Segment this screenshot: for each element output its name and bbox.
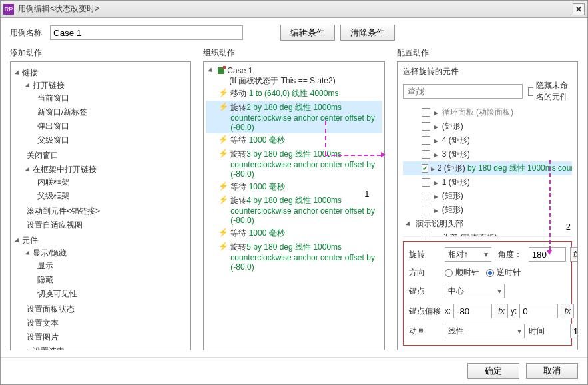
action-text: 旋转2 by 180 deg 线性 1000ms counterclockwis… bbox=[230, 102, 380, 132]
case-condition: (If 面板状态于 This == State2) bbox=[206, 75, 381, 87]
group-header-top: ▸循环面板 (动险面板) bbox=[403, 105, 572, 119]
tree-parent-frame[interactable]: 父级框架 bbox=[37, 189, 188, 203]
widget-item-header[interactable]: ▸头部 (动态面板) bbox=[403, 231, 572, 237]
tree-set-image[interactable]: 设置图片 bbox=[27, 330, 188, 344]
case-name-label: 用例名称 bbox=[10, 27, 42, 39]
widget-label: 4 (矩形) bbox=[442, 135, 470, 146]
angle-label: 角度： bbox=[498, 249, 525, 260]
cancel-button[interactable]: 取消 bbox=[526, 363, 578, 379]
widget-item-3[interactable]: ▸2 (矩形) by 180 deg 线性 1000ms countercloc… bbox=[403, 161, 572, 175]
tree-set-panel-state[interactable]: 设置面板状态 bbox=[27, 302, 188, 316]
collapse-icon: ▸ bbox=[433, 206, 440, 215]
cw-radio[interactable]: 顺时针 bbox=[445, 267, 479, 278]
action-item-4[interactable]: ⚡等待 1000 毫秒 bbox=[206, 180, 381, 194]
widget-item-1[interactable]: ▸4 (矩形) bbox=[403, 133, 572, 147]
anchor-select[interactable]: 中心▾ bbox=[445, 284, 505, 298]
widget-item-5[interactable]: ▸(矩形) bbox=[403, 189, 572, 203]
rotate-mode-select[interactable]: 相对↑▾ bbox=[445, 247, 491, 262]
annotation-2: 2 bbox=[566, 222, 571, 232]
action-item-1[interactable]: ⚡旋转2 by 180 deg 线性 1000ms counterclockwi… bbox=[206, 101, 381, 133]
widget-checkbox[interactable] bbox=[422, 136, 430, 145]
tree-scroll-to[interactable]: 滚动到元件<锚链接> bbox=[27, 204, 188, 218]
tree-set-text[interactable]: 设置文本 bbox=[27, 316, 188, 330]
angle-fx-button[interactable]: fx bbox=[570, 247, 578, 262]
tree-new-window[interactable]: 新窗口/新标签 bbox=[37, 105, 188, 119]
widget-item-4[interactable]: ▸1 (矩形) bbox=[403, 175, 572, 189]
tree-widgets[interactable]: 元件 显示/隐藏 显示 隐藏 切换可见性 设置面板状态 设置文本 bbox=[16, 234, 188, 350]
case-node[interactable]: Case 1 bbox=[206, 66, 381, 75]
bolt-icon: ⚡ bbox=[218, 181, 226, 191]
window-title: 用例编辑<状态改变时> bbox=[18, 3, 573, 15]
collapse-icon: ▸ bbox=[433, 192, 440, 201]
close-icon[interactable]: ✕ bbox=[573, 3, 585, 15]
action-text: 旋转3 by 180 deg 线性 1000ms counterclockwis… bbox=[230, 149, 380, 179]
tree-parent-window[interactable]: 父级窗口 bbox=[37, 133, 188, 147]
collapse-icon: ▸ bbox=[433, 178, 440, 187]
action-item-0[interactable]: ⚡移动 1 to (640,0) 线性 4000ms bbox=[206, 87, 381, 101]
widget-label: (矩形) bbox=[442, 204, 463, 216]
widget-checkbox[interactable] bbox=[422, 164, 428, 173]
widget-item-6[interactable]: ▸(矩形) bbox=[403, 203, 572, 217]
configure-action-title: 配置动作 bbox=[397, 47, 578, 59]
tree-open-link[interactable]: 打开链接 当前窗口 新窗口/新标签 弹出窗口 父级窗口 bbox=[27, 79, 188, 149]
offset-x-input[interactable] bbox=[453, 304, 492, 318]
ok-button[interactable]: 确定 bbox=[467, 363, 519, 379]
widget-checkbox[interactable] bbox=[422, 192, 430, 200]
action-item-2[interactable]: ⚡等待 1000 毫秒 bbox=[206, 133, 381, 147]
widget-checkbox[interactable] bbox=[422, 122, 430, 131]
config-box: 旋转 相对↑▾ 角度： fx 方向 顺时针 逆时针 锚点 中心▾ 锚点偏移 bbox=[403, 241, 572, 346]
bolt-icon: ⚡ bbox=[218, 195, 226, 204]
widget-checkbox[interactable] bbox=[422, 178, 430, 187]
collapse-icon: ▸ bbox=[433, 136, 440, 145]
tree-current-window[interactable]: 当前窗口 bbox=[37, 91, 188, 105]
case-name-input[interactable] bbox=[50, 25, 243, 40]
tree-links[interactable]: 链接 打开链接 当前窗口 新窗口/新标签 弹出窗口 父级窗口 关闭窗口 bbox=[16, 66, 188, 234]
widget-label: (矩形) bbox=[442, 191, 463, 202]
bolt-icon: ⚡ bbox=[218, 135, 226, 144]
offset-y-fx-button[interactable]: fx bbox=[561, 304, 574, 318]
action-item-5[interactable]: ⚡旋转4 by 180 deg 线性 1000ms counterclockwi… bbox=[206, 194, 381, 226]
section-header-2[interactable]: 演示说明头部 bbox=[403, 217, 572, 231]
search-input[interactable] bbox=[403, 84, 523, 99]
clear-condition-button[interactable]: 清除条件 bbox=[340, 25, 395, 41]
case-name-row: 用例名称 编辑条件 清除条件 bbox=[1, 18, 587, 47]
animation-select[interactable]: 线性▾ bbox=[445, 324, 525, 338]
widget-item-2[interactable]: ▸3 (矩形) bbox=[403, 147, 572, 161]
tree-show-hide[interactable]: 显示/隐藏 显示 隐藏 切换可见性 bbox=[27, 246, 188, 302]
offset-y-input[interactable] bbox=[519, 304, 558, 318]
action-text: 等待 1000 毫秒 bbox=[230, 228, 284, 239]
collapse-icon: ▸ bbox=[431, 164, 435, 173]
hide-unnamed-checkbox[interactable]: 隐藏未命名的元件 bbox=[528, 80, 572, 103]
tree-popup[interactable]: 弹出窗口 bbox=[37, 119, 188, 133]
widget-checkbox[interactable] bbox=[422, 206, 430, 214]
select-widget-label: 选择旋转的元件 bbox=[403, 66, 572, 77]
widget-label: 3 (矩形) bbox=[442, 149, 470, 160]
time-input[interactable] bbox=[570, 324, 578, 338]
action-item-6[interactable]: ⚡等待 1000 毫秒 bbox=[206, 226, 381, 240]
edit-condition-button[interactable]: 编辑条件 bbox=[280, 25, 335, 41]
widget-label: (矩形) bbox=[442, 121, 463, 132]
tree-set-selected[interactable]: 设置选中 bbox=[27, 344, 188, 350]
organize-action-panel: Case 1 (If 面板状态于 This == State2) ⚡移动 1 t… bbox=[203, 61, 384, 350]
collapse-icon: ▸ bbox=[433, 122, 440, 131]
flag-icon bbox=[218, 67, 224, 74]
action-item-7[interactable]: ⚡旋转5 by 180 deg 线性 1000ms counterclockwi… bbox=[206, 240, 381, 273]
tree-close-window[interactable]: 关闭窗口 bbox=[27, 149, 188, 163]
widget-label: 2 (矩形) by 180 deg 线性 1000ms counterclock… bbox=[438, 163, 572, 174]
tree-open-in-iframe[interactable]: 在框架中打开链接 内联框架 父级框架 bbox=[27, 163, 188, 204]
widget-checkbox[interactable] bbox=[422, 150, 430, 159]
action-item-3[interactable]: ⚡旋转3 by 180 deg 线性 1000ms counterclockwi… bbox=[206, 147, 381, 180]
tree-show[interactable]: 显示 bbox=[37, 259, 188, 273]
tree-set-adaptive[interactable]: 设置自适应视图 bbox=[27, 218, 188, 232]
action-text: 移动 1 to (640,0) 线性 4000ms bbox=[230, 88, 338, 99]
action-text: 旋转4 by 180 deg 线性 1000ms counterclockwis… bbox=[230, 195, 380, 225]
angle-input[interactable] bbox=[529, 247, 566, 262]
offset-x-fx-button[interactable]: fx bbox=[495, 304, 508, 318]
tree-toggle-vis[interactable]: 切换可见性 bbox=[37, 287, 188, 301]
time-label: 时间 bbox=[529, 326, 566, 337]
add-action-panel: 链接 打开链接 当前窗口 新窗口/新标签 弹出窗口 父级窗口 关闭窗口 bbox=[10, 61, 191, 350]
ccw-radio[interactable]: 逆时针 bbox=[486, 267, 521, 278]
tree-inline-frame[interactable]: 内联框架 bbox=[37, 175, 188, 189]
tree-hide[interactable]: 隐藏 bbox=[37, 273, 188, 287]
widget-item-0[interactable]: ▸(矩形) bbox=[403, 119, 572, 133]
